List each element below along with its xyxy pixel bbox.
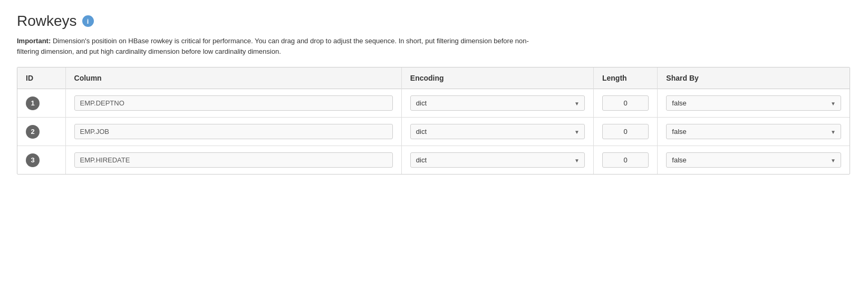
row-length-cell	[593, 89, 657, 118]
length-input[interactable]	[602, 124, 649, 139]
encoding-select[interactable]: dictfixed_lengthintegerdatetimefix_lengt…	[410, 95, 585, 111]
shardby-select[interactable]: falsetrue	[666, 95, 841, 111]
info-icon[interactable]: i	[82, 15, 94, 27]
column-input[interactable]	[74, 152, 393, 168]
encoding-select[interactable]: dictfixed_lengthintegerdatetimefix_lengt…	[410, 124, 585, 139]
row-encoding-cell: dictfixed_lengthintegerdatetimefix_lengt…	[401, 118, 593, 146]
length-input[interactable]	[602, 152, 649, 168]
header-id: ID	[17, 67, 65, 89]
row-shardby-cell: falsetrue	[658, 146, 850, 175]
table-row: 2dictfixed_lengthintegerdatetimefix_leng…	[17, 118, 850, 146]
column-input[interactable]	[74, 124, 393, 139]
row-encoding-cell: dictfixed_lengthintegerdatetimefix_lengt…	[401, 89, 593, 118]
table-row: 3dictfixed_lengthintegerdatetimefix_leng…	[17, 146, 850, 175]
row-shardby-cell: falsetrue	[658, 89, 850, 118]
row-id-cell: 2	[17, 118, 65, 146]
header-column: Column	[65, 67, 401, 89]
shardby-select[interactable]: falsetrue	[666, 124, 841, 139]
rowkeys-table: ID Column Encoding Length Shard By 1dict…	[17, 67, 850, 174]
row-encoding-cell: dictfixed_lengthintegerdatetimefix_lengt…	[401, 146, 593, 175]
page-title: Rowkeys i	[17, 13, 851, 30]
row-number-badge: 2	[26, 125, 40, 139]
description-text: Important: Dimension's positioin on HBas…	[17, 36, 534, 56]
description-strong: Important:	[17, 37, 51, 45]
rowkeys-table-container: ID Column Encoding Length Shard By 1dict…	[17, 67, 850, 175]
row-column-cell	[65, 118, 401, 146]
row-id-cell: 3	[17, 146, 65, 175]
header-shard-by: Shard By	[658, 67, 850, 89]
row-id-cell: 1	[17, 89, 65, 118]
row-number-badge: 3	[26, 153, 40, 167]
row-number-badge: 1	[26, 96, 40, 110]
encoding-select[interactable]: dictfixed_lengthintegerdatetimefix_lengt…	[410, 152, 585, 168]
shardby-select[interactable]: falsetrue	[666, 152, 841, 168]
row-length-cell	[593, 146, 657, 175]
row-length-cell	[593, 118, 657, 146]
header-encoding: Encoding	[401, 67, 593, 89]
length-input[interactable]	[602, 95, 649, 111]
row-shardby-cell: falsetrue	[658, 118, 850, 146]
row-column-cell	[65, 146, 401, 175]
title-text: Rowkeys	[17, 13, 77, 30]
description-body: Dimension's positioin on HBase rowkey is…	[17, 37, 529, 55]
column-input[interactable]	[74, 95, 393, 111]
header-length: Length	[593, 67, 657, 89]
row-column-cell	[65, 89, 401, 118]
table-row: 1dictfixed_lengthintegerdatetimefix_leng…	[17, 89, 850, 118]
table-header-row: ID Column Encoding Length Shard By	[17, 67, 850, 89]
